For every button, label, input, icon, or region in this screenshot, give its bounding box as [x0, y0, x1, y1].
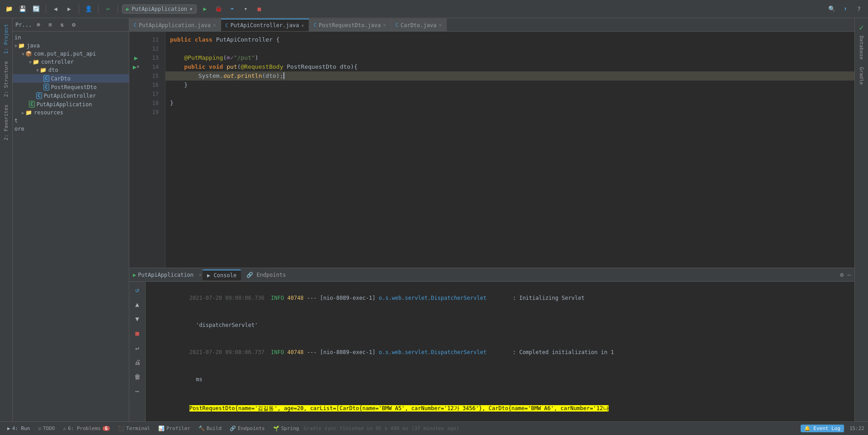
run-btn[interactable]: ▶	[199, 4, 210, 14]
status-run[interactable]: ▶ 4: Run	[4, 425, 33, 432]
gradle-tab[interactable]: Gradle	[857, 63, 866, 89]
folder-icon: 📁	[33, 59, 39, 65]
tree-item-java[interactable]: ▼ 📁 java	[13, 42, 129, 50]
status-terminal[interactable]: ⬛ Terminal	[114, 425, 154, 432]
tab-close-btn[interactable]: ✕	[301, 23, 304, 28]
status-build[interactable]: 🔨 Build	[195, 425, 225, 432]
left-sidebar-tabs: 1: Project 2: Structure 2: Favorites	[0, 18, 13, 421]
log-timestamp: 2021-07-20 09:08:06.736	[189, 295, 271, 301]
run-gutter-icon-14[interactable]: ▶	[133, 62, 137, 71]
status-time: 15:22	[849, 426, 864, 431]
tree-item-t[interactable]: t	[13, 117, 129, 125]
console-output[interactable]: 2021-07-20 09:08:06.736 INFO 40748 --- […	[146, 282, 854, 421]
search-btn[interactable]: 🔍	[826, 4, 837, 14]
project-settings-btn[interactable]: ⚙	[69, 20, 79, 30]
tab-close-btn[interactable]: ✕	[383, 22, 386, 28]
tree-item-controller[interactable]: ▼ 📁 controller	[13, 58, 129, 66]
forward-btn[interactable]: ▶	[64, 4, 75, 14]
stop-process-btn[interactable]: ■	[131, 327, 144, 340]
tree-item-in[interactable]: in	[13, 33, 129, 42]
top-toolbar: 📁 💾 🔄 ◀ ▶ 👤 ↩ ▶ PutApiApplication ▾ ▶ 🐞 …	[0, 0, 868, 18]
status-todo[interactable]: ☑ TODO	[34, 425, 58, 432]
run-config-arrow: ▾	[189, 6, 193, 12]
help-btn[interactable]: ?	[854, 4, 864, 14]
gutter-17	[129, 90, 143, 99]
code-content[interactable]: public class PutApiController { @PutMapp…	[165, 32, 854, 268]
tab-label: CarDto.java	[401, 22, 436, 28]
coverage-btn[interactable]: ☂	[226, 4, 237, 14]
tree-item-resources[interactable]: ▶ 📁 resources	[13, 109, 129, 117]
java-icon: C	[134, 23, 137, 28]
event-log-icon: 🔔	[804, 426, 811, 431]
sync-btn[interactable]: 🔄	[31, 4, 42, 14]
scroll-up-btn[interactable]: ▲	[131, 298, 144, 311]
log-info-2: INFO	[271, 349, 287, 355]
run-label: ▶ PutApiApplication	[133, 272, 193, 278]
status-profiler[interactable]: 📊 Profiler	[155, 425, 194, 432]
log-pid-2: 40748	[287, 349, 303, 355]
spring-icon: 🌱	[273, 426, 279, 431]
status-right: 🔔 Event Log 15:22	[801, 425, 864, 432]
tree-item-postrequestdto[interactable]: C PostRequestDto	[13, 83, 129, 91]
tab-putapicontroller[interactable]: C PutApiController.java ✕	[221, 19, 309, 31]
project-expand-btn[interactable]: ⊕	[33, 20, 43, 30]
tab-postrequestdto[interactable]: C PostRequestDto.java ✕	[309, 19, 391, 31]
tree-label: controller	[41, 59, 74, 65]
java-class-icon: C	[36, 92, 42, 99]
sidebar-item-project[interactable]: 1: Project	[1, 20, 11, 57]
tree-item-ore[interactable]: ore	[13, 125, 129, 133]
tree-item-dto[interactable]: ▼ 📁 dto	[13, 66, 129, 74]
tab-close-btn[interactable]: ✕	[213, 22, 216, 28]
status-spring-label: Spring	[281, 426, 299, 431]
run-gutter-icon[interactable]: ▶	[134, 53, 138, 62]
sidebar-item-favorites[interactable]: 2: Favorites	[1, 101, 11, 144]
tree-item-putapicontroller[interactable]: C PutApiController	[13, 91, 129, 100]
update-btn[interactable]: ⬆	[840, 4, 851, 14]
open-folder-btn[interactable]: 📁	[4, 4, 14, 14]
endpoints-tab[interactable]: 🔗 Endpoints	[242, 270, 290, 280]
console-minimize-btn[interactable]: —	[847, 271, 851, 278]
user-btn[interactable]: 👤	[83, 4, 94, 14]
database-tab[interactable]: Database	[857, 32, 866, 63]
line-num-11: 11	[143, 35, 161, 44]
console-tab[interactable]: ▶ Console	[203, 270, 241, 280]
rerun-btn[interactable]: ↺	[131, 284, 144, 296]
run-config-name: PutApiApplication	[138, 272, 193, 278]
tree-item-putapiapplication[interactable]: C PutApiApplication	[13, 100, 129, 109]
log-line-1: 2021-07-20 09:08:06.736 INFO 40748 --- […	[150, 284, 850, 312]
gutter-11	[129, 35, 143, 44]
log-pid: 40748	[287, 295, 303, 301]
sidebar-item-structure[interactable]: 2: Structure	[1, 57, 11, 100]
tree-item-com-put-api[interactable]: ▼ 📦 com.put_api.put_api	[13, 50, 129, 58]
soft-wrap-btn[interactable]: ↵	[131, 341, 144, 354]
tab-close-btn[interactable]: ✕	[439, 22, 442, 28]
arrow-gutter-14[interactable]: ▼	[137, 62, 139, 71]
log-class-2: o.s.web.servlet.DispatcherServlet	[379, 349, 509, 355]
status-endpoints[interactable]: 🔗 Endpoints	[226, 425, 269, 432]
tab-cardto[interactable]: C CarDto.java ✕	[391, 19, 447, 31]
run-config-icon: ▶	[126, 6, 129, 12]
tree-item-cardto[interactable]: C CarDto	[13, 74, 129, 83]
status-todo-label: TODO	[43, 426, 55, 431]
debug-btn[interactable]: 🐞	[213, 4, 224, 14]
more-options-btn[interactable]: ⋯	[131, 385, 144, 397]
run-dropdown-btn[interactable]: ▾	[240, 4, 251, 14]
stop-btn[interactable]: ■	[254, 4, 264, 14]
scroll-down-btn[interactable]: ▼	[131, 312, 144, 325]
run-tab-close[interactable]: ✕	[199, 272, 202, 277]
project-collapse-btn[interactable]: ≡	[45, 20, 55, 30]
print-btn[interactable]: 🖨	[131, 356, 144, 369]
bottom-panel-tabs: ▶ PutApiApplication ✕ ▶ Console 🔗 Endpoi…	[129, 268, 854, 282]
event-log-btn[interactable]: 🔔 Event Log	[801, 425, 844, 432]
back-btn[interactable]: ◀	[50, 4, 61, 14]
clear-btn[interactable]: 🗑	[131, 370, 144, 383]
status-spring[interactable]: 🌱 Spring	[269, 425, 303, 432]
status-problems[interactable]: ⚠ 6: Problems 6	[60, 425, 114, 432]
project-sort-btn[interactable]: ⇅	[57, 20, 67, 30]
console-settings-btn[interactable]: ⚙	[840, 271, 844, 278]
tab-putapiapplication[interactable]: C PutApiApplication.java ✕	[129, 19, 221, 31]
save-btn[interactable]: 💾	[17, 4, 28, 14]
gutter-15	[129, 71, 143, 80]
run-config-dropdown[interactable]: ▶ PutApiApplication ▾	[122, 5, 197, 14]
revert-btn[interactable]: ↩	[103, 4, 113, 14]
